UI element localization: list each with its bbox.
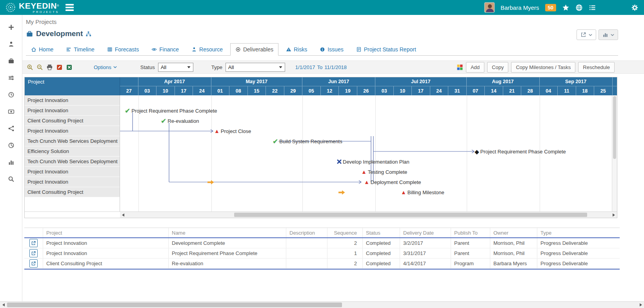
- gantt-row-label[interactable]: Project Innovation: [25, 95, 120, 106]
- briefcase-icon[interactable]: [0, 53, 22, 69]
- cell-type: Progress Deliverable: [537, 238, 619, 248]
- plus-icon[interactable]: [0, 19, 22, 36]
- column-header-delivery-date[interactable]: Delivery Date: [400, 228, 451, 237]
- menu-icon[interactable]: [65, 3, 74, 13]
- gantt-row-label[interactable]: Project Innovation: [25, 106, 120, 116]
- milestone-label: Project Requirement Phase Complete: [480, 149, 566, 155]
- gantt-row-label[interactable]: Client Consulting Project: [25, 116, 120, 126]
- gantt-row-label[interactable]: Project Innovation: [25, 167, 120, 177]
- person-icon[interactable]: [0, 36, 22, 53]
- keyedin-logo[interactable]: KEYEDIN® PROJECTS: [5, 2, 59, 14]
- export-pdf-icon[interactable]: [56, 64, 63, 71]
- column-header-status[interactable]: Status: [363, 228, 400, 237]
- milestone-project-requirement-phase-complete[interactable]: ✔Project Requirement Phase Complete: [125, 106, 217, 116]
- zoom-out-icon[interactable]: [36, 64, 43, 71]
- user-name[interactable]: Barbara Myers: [500, 4, 539, 11]
- tab-timeline[interactable]: Timeline: [61, 43, 99, 56]
- type-select[interactable]: All: [226, 63, 285, 72]
- gantt-row-label[interactable]: Tech Crunch Web Services Deployment: [25, 157, 120, 167]
- horizontal-scrollbar-thumb[interactable]: [234, 213, 587, 217]
- notification-badge[interactable]: 50: [545, 4, 556, 11]
- registered-mark: ®: [57, 4, 59, 7]
- milestone-re-evaluation[interactable]: ✔Re-evaluation: [161, 116, 199, 126]
- week-tick: 10: [394, 86, 412, 95]
- scroll-right-icon[interactable]: [611, 212, 617, 218]
- table-row[interactable]: Project InnovationDevelopment Complete2C…: [24, 238, 620, 248]
- list-menu-icon[interactable]: [589, 4, 596, 11]
- cell-name: Project Requirement Phase Complete: [169, 248, 286, 258]
- table-row[interactable]: Project InnovationProject Requirement Ph…: [24, 248, 620, 259]
- open-deliverable-button[interactable]: [29, 259, 38, 268]
- hierarchy-icon[interactable]: [86, 31, 91, 37]
- settings-gear-icon[interactable]: [631, 4, 639, 11]
- gantt-row-label[interactable]: Efficiency Solution: [25, 146, 120, 157]
- pie-icon[interactable]: [0, 137, 22, 154]
- vertical-scrollbar-thumb[interactable]: [613, 96, 616, 159]
- sliders-icon[interactable]: [0, 69, 22, 86]
- cell-sequence: 1: [327, 248, 363, 258]
- chart-menu-button[interactable]: [599, 29, 618, 40]
- copy-milestones-tasks-button[interactable]: Copy Milestones / Tasks: [511, 62, 575, 73]
- export-excel-icon[interactable]: [66, 64, 73, 71]
- search-icon[interactable]: [0, 171, 22, 188]
- milestone-build-system-requirements[interactable]: ✔Build System Requirements: [273, 136, 342, 146]
- milestone-project-close[interactable]: ▲Project Close: [214, 126, 251, 136]
- open-deliverable-button[interactable]: [29, 249, 38, 257]
- table-row[interactable]: Client Consulting ProjectRe-evaluation2C…: [24, 259, 620, 269]
- money-icon[interactable]: [0, 103, 22, 120]
- clock-icon[interactable]: [0, 86, 22, 103]
- scrollbar-track[interactable]: [120, 212, 617, 218]
- scroll-left-icon[interactable]: [0, 302, 7, 308]
- legend-colors-icon[interactable]: [457, 64, 463, 71]
- add-button[interactable]: Add: [466, 62, 484, 73]
- week-tick: 17: [412, 86, 430, 95]
- tab-deliverables[interactable]: Deliverables: [230, 43, 278, 56]
- tab-forecasts[interactable]: Forecasts: [102, 43, 144, 56]
- column-header-sequence[interactable]: Sequence: [327, 228, 363, 237]
- tab-project-status-report[interactable]: Project Status Report: [351, 43, 421, 56]
- milestone-develop-implementation-plan[interactable]: Develop Implementation Plan: [337, 157, 409, 167]
- milestone-project-requirement-phase-complete[interactable]: ◆Project Requirement Phase Complete: [475, 146, 566, 157]
- gantt-row-label[interactable]: Tech Crunch Web Services Deployment: [25, 136, 120, 146]
- gantt-horizontal-scrollbar: [25, 211, 617, 218]
- tab-finance[interactable]: Finance: [146, 43, 184, 56]
- milestone-deployment-complete[interactable]: ▲Deployment Complete: [364, 177, 421, 187]
- user-avatar[interactable]: [484, 2, 495, 13]
- gantt-row-label[interactable]: Project Innovation: [25, 177, 120, 187]
- column-header-description[interactable]: Description: [286, 228, 327, 237]
- tab-risks[interactable]: Risks: [281, 43, 312, 56]
- status-select[interactable]: All: [158, 63, 193, 72]
- column-header-owner[interactable]: Owner: [490, 228, 537, 237]
- column-header-project[interactable]: Project: [43, 228, 169, 237]
- print-icon[interactable]: [46, 64, 53, 71]
- scroll-right-icon[interactable]: [637, 302, 644, 308]
- scroll-left-icon[interactable]: [120, 212, 126, 218]
- share-menu-button[interactable]: [577, 29, 596, 40]
- open-deliverable-button[interactable]: [29, 239, 38, 247]
- globe-icon[interactable]: [575, 4, 583, 11]
- page-scrollbar-thumb[interactable]: [7, 303, 342, 307]
- date-from: 1/1/2017: [295, 64, 315, 70]
- tab-issues[interactable]: Issues: [315, 43, 348, 56]
- zoom-in-icon[interactable]: [27, 64, 33, 71]
- column-header-type[interactable]: Type: [537, 228, 619, 237]
- tab-home[interactable]: Home: [26, 43, 58, 56]
- milestone-testing-complete[interactable]: ▲Testing Complete: [361, 167, 407, 177]
- gantt-vertical-scrollbar[interactable]: [612, 95, 617, 211]
- gantt-row-label[interactable]: Client Consulting Project: [25, 187, 120, 197]
- favorites-star-icon[interactable]: [562, 4, 569, 11]
- column-header-name[interactable]: Name: [169, 228, 286, 237]
- options-menu[interactable]: Options: [94, 64, 117, 70]
- milestone-arrow[interactable]: [207, 177, 214, 187]
- milestone-arrow[interactable]: [338, 187, 345, 197]
- network-icon[interactable]: [0, 120, 22, 137]
- copy-button[interactable]: Copy: [487, 62, 508, 73]
- gantt-row-label[interactable]: Project Innovation: [25, 126, 120, 136]
- reschedule-button[interactable]: Reschedule: [578, 62, 615, 73]
- week-tick: 28: [521, 86, 540, 95]
- column-header-publish-to[interactable]: Publish To: [451, 228, 490, 237]
- tab-resource[interactable]: Resource: [186, 43, 228, 56]
- milestone-billing-milestone[interactable]: ▲Billing Milestone: [401, 187, 444, 197]
- barchart-icon[interactable]: [0, 154, 22, 171]
- row-actions-cell: [24, 238, 43, 248]
